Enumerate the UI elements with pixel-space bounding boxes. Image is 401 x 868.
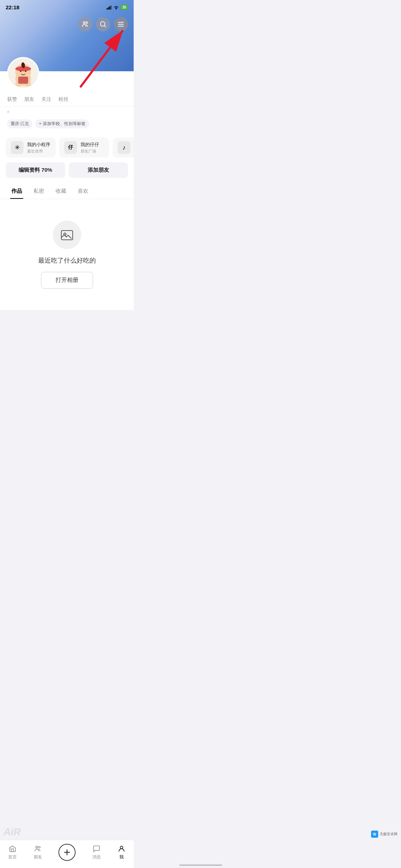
empty-icon-bg (53, 221, 81, 249)
empty-title: 最近吃了什么好吃的 (38, 256, 96, 265)
svg-point-0 (83, 22, 86, 24)
tab-friends[interactable]: 朋友 (24, 96, 34, 103)
status-bar: 22:18 30 (0, 0, 134, 13)
quick-item-miniprogram[interactable]: ✳ 我的小程序 最近使用 (6, 138, 56, 157)
content-tab-works[interactable]: 作品 (6, 184, 28, 199)
add-friend-button[interactable]: 添加朋友 (69, 162, 128, 178)
quick-item-zaizai[interactable]: 仔 我的仔仔 朋友广场 (59, 138, 109, 157)
bio-dot (7, 111, 9, 113)
svg-point-1 (86, 22, 88, 24)
tab-likes[interactable]: 获赞 (7, 96, 17, 103)
music-icon: ♪ (118, 141, 130, 154)
avatar-image (8, 58, 38, 88)
profile-banner: 22:18 30 (0, 0, 134, 71)
svg-point-10 (25, 71, 26, 72)
svg-point-9 (20, 71, 21, 72)
open-album-button[interactable]: 打开相册 (41, 272, 93, 289)
content-tab-likes[interactable]: 喜欢 (72, 184, 94, 199)
quick-text-miniprogram: 我的小程序 最近使用 (27, 141, 50, 154)
bio-section: 重庆·江北 + 添加学校、性别等标签 (0, 107, 134, 133)
location-tag: 重庆·江北 (7, 119, 32, 128)
profile-tabs: 获赞 朋友 关注 粉丝 (0, 93, 134, 107)
profile-tags: 重庆·江北 + 添加学校、性别等标签 (7, 119, 127, 128)
battery-badge: 30 (120, 5, 128, 10)
avatar-svg (8, 58, 38, 88)
empty-state: 最近吃了什么好吃的 打开相册 (0, 199, 134, 310)
profile-content: 获赞 朋友 关注 粉丝 重庆·江北 + 添加学校、性别等标签 ✳ 我的小程序 最… (0, 71, 134, 310)
content-tabs: 作品 私密 收藏 喜欢 (0, 184, 134, 199)
avatar (7, 57, 39, 89)
status-icons: 30 (107, 5, 128, 10)
header-actions (78, 17, 128, 31)
zaizai-icon: 仔 (64, 141, 77, 154)
tab-following[interactable]: 关注 (41, 96, 51, 103)
search-button[interactable] (96, 17, 110, 31)
action-buttons: 编辑资料 70% 添加朋友 (0, 162, 134, 184)
friends-icon (81, 20, 89, 28)
friends-button[interactable] (78, 17, 92, 31)
quick-access: ✳ 我的小程序 最近使用 仔 我的仔仔 朋友广场 ♪ 我的 已收 (0, 133, 134, 162)
signal-icon (107, 5, 112, 10)
edit-profile-button[interactable]: 编辑资料 70% (6, 162, 65, 178)
quick-item-music[interactable]: ♪ 我的 已收 (113, 138, 134, 157)
menu-icon (117, 20, 125, 28)
content-tab-favorites[interactable]: 收藏 (50, 184, 72, 199)
add-tag-button[interactable]: + 添加学校、性别等标签 (35, 119, 89, 128)
status-time: 22:18 (6, 4, 19, 10)
miniprogram-icon: ✳ (11, 141, 24, 154)
tab-followers[interactable]: 粉丝 (58, 96, 68, 103)
wifi-icon (113, 5, 119, 10)
svg-rect-13 (18, 77, 28, 84)
search-icon (99, 20, 107, 28)
quick-text-zaizai: 我的仔仔 朋友广场 (81, 141, 99, 154)
menu-button[interactable] (114, 17, 128, 31)
content-tab-private[interactable]: 私密 (28, 184, 50, 199)
gallery-icon (60, 228, 74, 242)
